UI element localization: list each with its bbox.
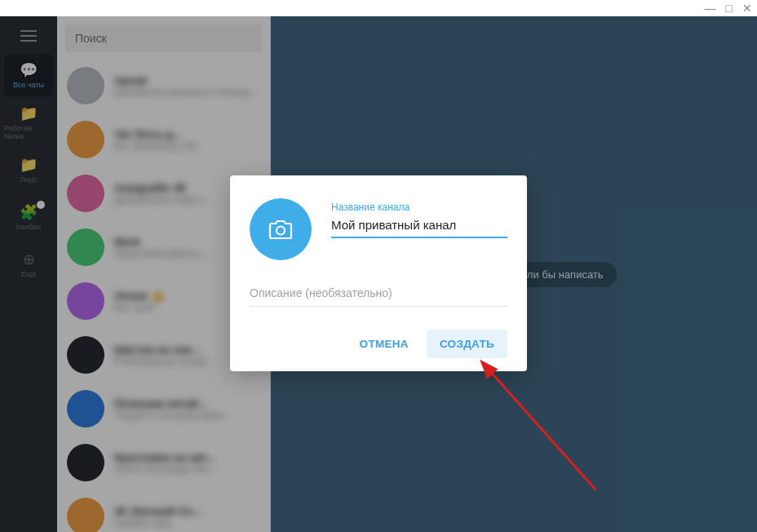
minimize-button[interactable]: — [705, 2, 716, 14]
name-field-label: Название канала [331, 202, 507, 213]
titlebar: — □ ✕ [0, 0, 757, 16]
svg-point-0 [277, 227, 285, 235]
new-channel-modal: Название канала ОТМЕНА СОЗДАТЬ [230, 175, 527, 371]
close-button[interactable]: ✕ [742, 2, 752, 14]
name-field-block: Название канала [331, 198, 507, 238]
channel-photo-button[interactable] [250, 198, 312, 260]
modal-header: Название канала [250, 198, 507, 260]
cancel-button[interactable]: ОТМЕНА [347, 330, 422, 358]
description-field-block [250, 282, 507, 307]
modal-actions: ОТМЕНА СОЗДАТЬ [250, 330, 507, 358]
channel-description-input[interactable] [250, 282, 507, 307]
create-button[interactable]: СОЗДАТЬ [427, 330, 507, 358]
maximize-button[interactable]: □ [726, 2, 733, 14]
camera-icon [268, 219, 293, 240]
app-root: — □ ✕ 💬 Все чаты 📁 Рабочая папка 📁 Лидс … [0, 0, 757, 532]
channel-name-input[interactable] [331, 215, 507, 238]
